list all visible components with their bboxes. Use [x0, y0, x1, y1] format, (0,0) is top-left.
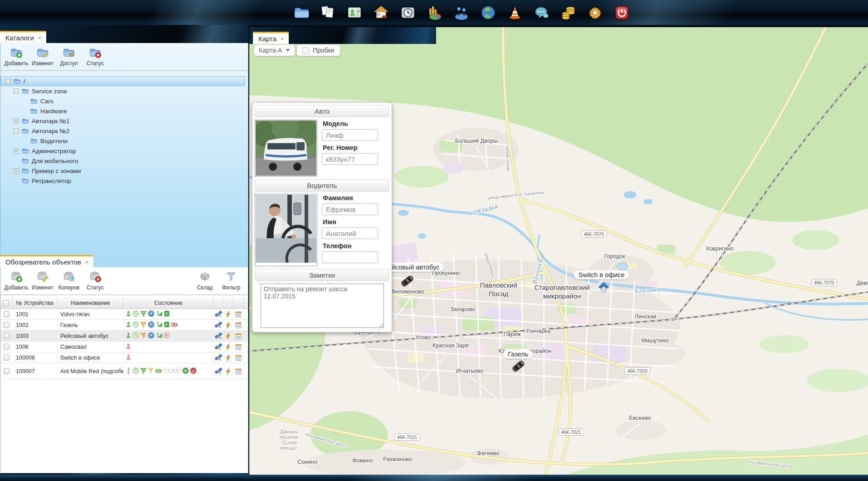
tab-object-browser[interactable]: Обозреватель объектов × — [0, 255, 93, 267]
table-row[interactable]: 1002ГазельPF — [0, 320, 248, 331]
tree-item[interactable]: +Администратор — [0, 146, 248, 156]
tree-item[interactable]: −Service zone — [0, 86, 248, 96]
lightning-icon[interactable] — [223, 320, 233, 330]
expand-icon[interactable]: + — [14, 149, 19, 154]
table-row[interactable]: 1006Самосвал — [0, 342, 248, 352]
cone-icon[interactable] — [506, 4, 524, 21]
tree-item[interactable]: +Автопарк №1 — [0, 116, 248, 126]
sklad-button[interactable]: Склад — [192, 270, 218, 291]
reg-number-field[interactable] — [322, 153, 378, 165]
joystick-icon[interactable] — [453, 4, 470, 21]
vehicle-marker-label[interactable]: Газель — [503, 350, 533, 359]
tree-item[interactable]: −/ — [0, 76, 245, 86]
close-icon[interactable]: × — [85, 259, 89, 265]
tree-item[interactable]: Водители — [0, 136, 248, 146]
notes-textarea[interactable]: Отправить на ремонт шасси 12.07.2015 — [261, 284, 384, 328]
folder-icon[interactable] — [292, 4, 310, 21]
row-checkbox[interactable] — [4, 333, 10, 339]
tree-item[interactable]: Hardware — [0, 106, 248, 116]
row-checkbox[interactable] — [4, 322, 10, 328]
bus-photo[interactable] — [255, 120, 317, 177]
firstname-field[interactable] — [322, 227, 378, 239]
expand-icon[interactable]: + — [14, 168, 19, 173]
documents-icon[interactable] — [319, 4, 336, 21]
folder-edit-button[interactable]: Изменит — [29, 46, 56, 67]
lightning-icon[interactable] — [223, 309, 233, 319]
filter-button[interactable]: Фильтр — [218, 270, 244, 291]
device-edit-button[interactable]: Изменит — [29, 270, 56, 291]
device-add-button[interactable]: Добавить — [3, 270, 29, 291]
lightning-icon[interactable] — [223, 331, 233, 341]
satellite-icon[interactable] — [213, 309, 223, 319]
close-tab-icon[interactable]: × — [38, 34, 42, 41]
collapse-icon[interactable]: − — [5, 79, 10, 84]
row-checkbox[interactable] — [4, 355, 10, 361]
history-icon[interactable] — [399, 4, 417, 21]
folder-status-button[interactable]: Статус — [82, 46, 108, 67]
statistics-icon[interactable] — [426, 4, 443, 21]
row-checkbox[interactable] — [4, 368, 10, 374]
chat-icon[interactable] — [533, 4, 550, 21]
contacts-icon[interactable]: @ — [346, 4, 363, 21]
phone-field[interactable] — [322, 251, 378, 263]
tree-item-label: Cars — [40, 98, 53, 105]
expand-icon[interactable]: + — [14, 119, 19, 124]
row-checkbox[interactable] — [4, 311, 10, 317]
satellite-icon[interactable] — [213, 320, 223, 330]
tree-item[interactable]: +Пример с зонами — [0, 166, 248, 176]
coins-icon[interactable] — [560, 4, 577, 21]
lightning-icon[interactable] — [223, 342, 233, 352]
tree-item[interactable]: Ретранслятор — [0, 176, 248, 186]
select-all-checkbox[interactable] — [3, 300, 9, 306]
table-row[interactable]: 1001Volvo-тягачPF — [0, 309, 248, 320]
report-icon[interactable] — [233, 352, 243, 363]
lightning-icon[interactable] — [223, 352, 233, 363]
driver-photo[interactable] — [255, 194, 317, 266]
surname-field[interactable] — [322, 203, 378, 215]
table-row[interactable]: 1003Рейсовый автобусPF — [0, 331, 248, 342]
report-icon[interactable] — [233, 320, 243, 330]
satellite-icon[interactable] — [213, 352, 223, 363]
collapse-icon[interactable]: − — [14, 89, 19, 94]
device-id: 100006 — [12, 352, 58, 363]
traffic-toggle[interactable]: Пробки — [296, 44, 340, 56]
traffic-checkbox[interactable] — [302, 47, 309, 54]
toolbar-button-label: Добавить — [4, 60, 28, 67]
device-status-button[interactable]: Статус — [82, 270, 108, 291]
tab-catalogs[interactable]: Каталоги × — [0, 31, 46, 43]
parking-icon: P — [148, 310, 155, 318]
collapse-icon[interactable]: − — [14, 129, 19, 134]
model-field[interactable] — [322, 129, 378, 141]
settings-icon[interactable] — [587, 4, 604, 21]
close-icon[interactable]: × — [281, 35, 284, 42]
satellite-icon[interactable] — [213, 363, 223, 379]
tab-object-browser-label: Обозреватель объектов — [5, 258, 81, 266]
road-badge: 46К-7021 — [558, 428, 584, 436]
table-row[interactable]: 100007Ant Mobile Red (подсобка) — [0, 363, 248, 380]
tree-item[interactable]: Для мобильного — [0, 156, 248, 166]
row-checkbox[interactable] — [4, 344, 10, 350]
device-copy-button[interactable]: Копиров — [56, 270, 82, 291]
satellite-icon[interactable] — [213, 331, 223, 341]
report-icon[interactable] — [233, 309, 243, 319]
folder-add-button[interactable]: Добавить — [3, 46, 29, 67]
lightning-icon[interactable] — [223, 363, 233, 379]
switch-icon[interactable] — [597, 281, 610, 295]
report-icon[interactable] — [233, 331, 243, 341]
table-row[interactable]: 100006Switch в офисе — [0, 352, 248, 363]
folder-icon — [21, 88, 29, 94]
toolbar-separator — [0, 70, 248, 72]
map-label: Фомино — [352, 457, 373, 464]
satellite-icon[interactable] — [213, 342, 223, 352]
vehicle-marker-label[interactable]: Switch в офисе — [574, 270, 629, 279]
folder-access-button[interactable]: Доступ — [56, 46, 82, 67]
globe-icon[interactable] — [480, 4, 497, 21]
power-icon[interactable] — [613, 4, 630, 21]
report-icon[interactable] — [233, 363, 243, 379]
map-layer-dropdown[interactable]: Карта-А — [254, 44, 295, 56]
tab-map[interactable]: Карта × — [253, 32, 289, 44]
report-icon[interactable] — [233, 342, 243, 352]
home-icon[interactable] — [373, 4, 390, 21]
tree-item[interactable]: −Автопарк №2 — [0, 126, 248, 136]
tree-item[interactable]: Cars — [0, 96, 248, 106]
